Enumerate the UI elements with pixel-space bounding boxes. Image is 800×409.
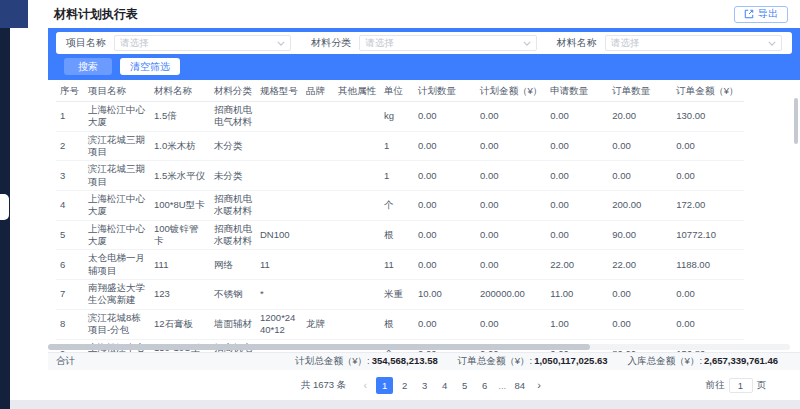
horizontal-scrollbar[interactable] [48, 344, 790, 350]
table-cell [256, 161, 302, 191]
table-cell: 个 [380, 191, 414, 221]
table-row[interactable]: 8滨江花城8栋项目-分包12石膏板墙面辅材1200*2440*12龙牌根0.00… [56, 309, 744, 339]
table-cell [334, 191, 380, 221]
summary-item: 入库总金额（¥）:2,657,339,761.46 [628, 355, 778, 368]
page-button-5[interactable]: 5 [456, 377, 473, 394]
column-header: 订单金额（¥） [672, 82, 744, 102]
table-cell [256, 102, 302, 132]
table-row[interactable]: 1上海松江中心大厦1.5倍招商机电电气材料kg0.000.000.0020.00… [56, 102, 744, 132]
table-cell: 招商机电水暖材料 [210, 191, 256, 221]
table-cell: 0.00 [414, 102, 476, 132]
goto-page-input[interactable] [729, 378, 753, 393]
chevron-down-icon [277, 41, 285, 46]
main-area: 材料计划执行表 导出 项目名称请选择材料分类请选择材料名称请选择 搜索 清空筛选 [10, 0, 800, 409]
vertical-scrollbar-thumb[interactable] [794, 98, 798, 144]
summary-items: 计划总金额（¥）:354,568,213.58订单总金额（¥）:1,050,11… [295, 355, 778, 368]
prev-page-button[interactable] [357, 377, 373, 393]
table-cell: 0.00 [608, 131, 672, 161]
filter-placeholder: 请选择 [120, 37, 149, 50]
filter-select-material-name[interactable]: 请选择 [605, 35, 782, 51]
table-cell: 墙面辅材 [210, 309, 256, 339]
table-cell: 上海松江中心大厦 [84, 220, 150, 250]
content: 项目名称请选择材料分类请选择材料名称请选择 搜索 清空筛选 序号项目名称材料名称… [48, 28, 800, 400]
table-cell: 11 [380, 250, 414, 280]
table-cell: 滨江花城三期项目 [84, 131, 150, 161]
table-row[interactable]: 6太仓电梯一月辅项目111网络11110.000.0022.0022.00118… [56, 250, 744, 280]
table-cell: 招商机电水暖材料 [210, 220, 256, 250]
table-cell [256, 191, 302, 221]
table-cell [334, 280, 380, 310]
screen: 材料计划执行表 导出 项目名称请选择材料分类请选择材料名称请选择 搜索 清空筛选 [0, 0, 800, 409]
page-ellipsis[interactable]: ... [496, 380, 508, 391]
column-header: 品牌 [302, 82, 334, 102]
table-cell: kg [380, 102, 414, 132]
table-cell: 0.00 [546, 102, 608, 132]
table-cell: 5 [56, 220, 84, 250]
column-header: 订单数量 [608, 82, 672, 102]
sidebar-expand-handle[interactable] [0, 194, 9, 220]
page-button-2[interactable]: 2 [396, 377, 413, 394]
next-page-button[interactable] [531, 377, 547, 393]
export-button[interactable]: 导出 [734, 6, 788, 23]
filter-group-material-category: 材料分类请选择 [311, 35, 536, 51]
table-cell: 未分类 [210, 161, 256, 191]
filter-select-material-category[interactable]: 请选择 [359, 35, 536, 51]
filter-group-project-name: 项目名称请选择 [66, 35, 291, 51]
summary-row: 合计 计划总金额（¥）:354,568,213.58订单总金额（¥）:1,050… [48, 352, 800, 370]
table-cell [334, 131, 380, 161]
page-button-6[interactable]: 6 [476, 377, 493, 394]
table-cell: 0.00 [414, 250, 476, 280]
table-cell: 0.00 [672, 280, 744, 310]
table-cell: 10.00 [414, 280, 476, 310]
bottom-strip [10, 400, 800, 409]
page-button-4[interactable]: 4 [436, 377, 453, 394]
table-header-row: 序号项目名称材料名称材料分类规格型号品牌其他属性单位计划数量计划金额（¥）申请数… [56, 82, 744, 102]
table-cell: 太仓电梯一月辅项目 [84, 250, 150, 280]
table-cell: 网络 [210, 250, 256, 280]
table-cell: 0.00 [546, 220, 608, 250]
search-button[interactable]: 搜索 [64, 58, 112, 75]
table-cell: 0.00 [546, 131, 608, 161]
filter-zone: 项目名称请选择材料分类请选择材料名称请选择 搜索 清空筛选 [48, 28, 800, 80]
table-cell [334, 250, 380, 280]
filter-label: 材料分类 [311, 36, 351, 50]
table-cell: 0.00 [414, 161, 476, 191]
filter-select-project-name[interactable]: 请选择 [114, 35, 291, 51]
table-cell: 0.00 [546, 161, 608, 191]
table-cell [302, 102, 334, 132]
table-cell: 0.00 [414, 220, 476, 250]
table-cell [302, 161, 334, 191]
table-row[interactable]: 2滨江花城三期项目1.0米木枋木分类10.000.000.000.000.00 [56, 131, 744, 161]
table-cell: * [256, 280, 302, 310]
table-cell: 11.00 [546, 280, 608, 310]
column-header: 计划金额（¥） [476, 82, 546, 102]
table-cell [302, 280, 334, 310]
table-cell: 0.00 [414, 309, 476, 339]
sidebar-collapsed [0, 0, 10, 409]
page-button-1[interactable]: 1 [376, 377, 393, 394]
materials-table: 序号项目名称材料名称材料分类规格型号品牌其他属性单位计划数量计划金额（¥）申请数… [56, 82, 744, 352]
page-button-84[interactable]: 84 [511, 377, 528, 394]
table-cell [302, 250, 334, 280]
table-cell: 130.00 [672, 102, 744, 132]
clear-filters-button[interactable]: 清空筛选 [120, 58, 180, 75]
page-button-3[interactable]: 3 [416, 377, 433, 394]
table-row[interactable]: 7南翔盛达大学生公寓新建123不锈钢*米重10.00200000.0011.00… [56, 280, 744, 310]
table-cell: 2 [56, 131, 84, 161]
table-cell: 0.00 [672, 161, 744, 191]
table-row[interactable]: 5上海松江中心大厦100镀锌管卡招商机电水暖材料DN100根0.000.000.… [56, 220, 744, 250]
horizontal-scrollbar-thumb[interactable] [48, 344, 590, 350]
table-cell: DN100 [256, 220, 302, 250]
table-cell: 7 [56, 280, 84, 310]
goto-page: 前往 页 [706, 378, 767, 393]
column-header: 计划数量 [414, 82, 476, 102]
goto-prefix: 前往 [706, 379, 725, 392]
top-bar: 材料计划执行表 导出 [10, 0, 800, 28]
table-cell: 6 [56, 250, 84, 280]
table-cell: 0.00 [476, 191, 546, 221]
pagination-total: 共 1673 条 [301, 379, 346, 392]
table-row[interactable]: 3滨江花城三期项目1.5米水平仪未分类10.000.000.000.000.00 [56, 161, 744, 191]
table-cell: 22.00 [546, 250, 608, 280]
table-row[interactable]: 4上海松江中心大厦100*8U型卡招商机电水暖材料个0.000.000.0020… [56, 191, 744, 221]
table-cell: 200.00 [608, 191, 672, 221]
